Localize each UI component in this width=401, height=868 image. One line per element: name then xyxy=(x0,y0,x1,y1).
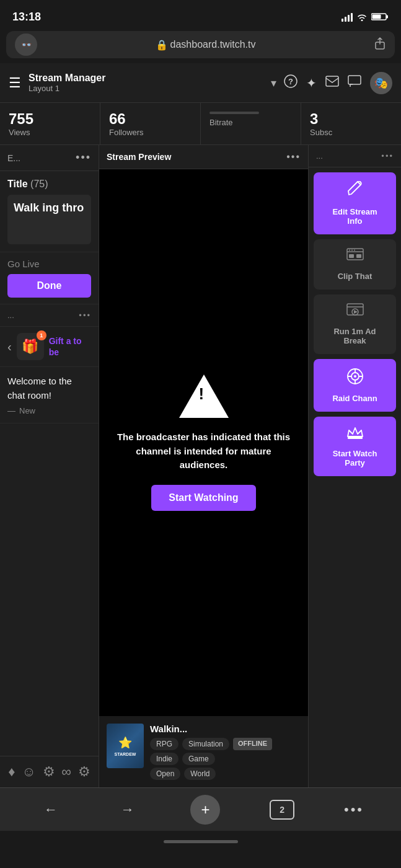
more-options-button[interactable]: ••• xyxy=(344,802,364,818)
raid-label: Raid Chann xyxy=(332,394,377,403)
stat-views: 755 Views xyxy=(0,103,100,144)
left-column: E... ••• Title (75) Walk ing thro Go Liv… xyxy=(0,145,99,787)
tag-open: Open xyxy=(150,768,180,780)
bottom-icons: ♦ ☺ ⚙ ∞ ⚙ xyxy=(0,756,99,787)
svg-rect-12 xyxy=(349,254,354,258)
nav-subtitle: Layout 1 xyxy=(29,84,263,93)
offline-badge: OFFLINE xyxy=(233,738,272,750)
tag-rpg: RPG xyxy=(150,738,178,750)
settings-icon-2[interactable]: ⚙ xyxy=(78,764,90,780)
settings-icon-1[interactable]: ⚙ xyxy=(43,764,55,780)
home-bar xyxy=(164,840,238,843)
signal-icon xyxy=(342,12,353,22)
svg-rect-14 xyxy=(347,304,363,315)
infinity-icon[interactable]: ∞ xyxy=(61,764,71,780)
mature-warning-message: The broadcaster has indicated that this … xyxy=(112,430,296,472)
hamburger-menu[interactable]: ☰ xyxy=(9,75,21,91)
wifi-icon xyxy=(356,12,368,21)
left-col-label: E... xyxy=(7,153,20,163)
browser-bottom-bar: ← → + 2 ••• xyxy=(0,787,401,831)
back-button[interactable]: ← xyxy=(37,796,64,823)
tag-simulation: Simulation xyxy=(182,738,229,750)
section-dots-right[interactable]: ••• xyxy=(79,311,91,320)
welcome-section: Welcome to the chat room! — New xyxy=(0,367,99,423)
address-url: 🔒 dashboard.twitch.tv xyxy=(156,39,256,51)
nav-icons: ? ✦ 🎭 xyxy=(284,72,392,94)
right-column: ... ••• Edit StreamInfo xyxy=(308,145,401,787)
center-column: Stream Preview ••• The broadcaster has i… xyxy=(99,145,308,787)
lock-icon: 🔒 xyxy=(156,39,168,51)
stat-bitrate: Bitrate xyxy=(201,103,301,144)
tag-world: World xyxy=(184,768,216,780)
avatar[interactable]: 🎭 xyxy=(370,72,392,94)
new-label: New xyxy=(19,406,35,415)
bitrate-bar xyxy=(209,112,259,114)
diamond-icon[interactable]: ♦ xyxy=(8,764,15,780)
tag-row-1: RPG Simulation OFFLINE xyxy=(150,738,301,750)
clip-that-button[interactable]: Clip That xyxy=(314,239,396,290)
col-section-dots: ... ••• xyxy=(0,304,99,327)
address-bar[interactable]: 👓 🔒 dashboard.twitch.tv xyxy=(6,31,395,58)
edit-stream-label: Edit StreamInfo xyxy=(332,207,377,226)
start-watch-party-button[interactable]: Start WatchParty xyxy=(314,417,396,476)
help-icon[interactable]: ? xyxy=(284,74,297,91)
title-text-box[interactable]: Walk ing thro xyxy=(7,195,91,244)
left-col-menu[interactable]: ••• xyxy=(76,151,91,164)
tag-indie: Indie xyxy=(150,753,178,765)
warning-triangle-icon xyxy=(179,374,229,418)
title-label: Title (75) xyxy=(7,179,91,190)
stream-info-bottom: ⭐ STARDEW Walkin... RPG Simulation OFFLI… xyxy=(99,716,308,787)
start-watching-button[interactable]: Start Watching xyxy=(151,485,255,511)
tag-row-2: Indie Game xyxy=(150,753,301,765)
tab-count[interactable]: 2 xyxy=(270,800,294,820)
svg-point-9 xyxy=(349,250,350,251)
go-live-label: Go Live xyxy=(7,259,91,269)
forward-button[interactable]: → xyxy=(114,796,141,823)
new-badge: — New xyxy=(7,406,91,415)
gift-text: Gift a to be xyxy=(49,335,91,358)
run-ad-label: Run 1m AdBreak xyxy=(333,327,376,345)
title-section: Title (75) Walk ing thro xyxy=(0,171,99,252)
status-icons xyxy=(342,12,389,22)
raid-icon xyxy=(346,368,364,389)
followers-label: Followers xyxy=(109,128,192,137)
status-bar: 13:18 xyxy=(0,0,401,31)
edit-stream-info-button[interactable]: Edit StreamInfo xyxy=(314,172,396,234)
svg-text:?: ? xyxy=(288,77,293,86)
stat-subs: 3 Subsc xyxy=(301,103,401,144)
home-indicator xyxy=(0,831,401,852)
dropdown-icon[interactable]: ▾ xyxy=(271,76,276,90)
mail-icon[interactable] xyxy=(325,76,339,90)
welcome-text: Welcome to the chat room! xyxy=(7,374,91,402)
views-number: 755 xyxy=(9,110,91,128)
chat-icon[interactable] xyxy=(348,75,361,91)
right-header-dots-right[interactable]: ••• xyxy=(381,151,394,161)
right-header-dots-left: ... xyxy=(316,151,323,161)
share-icon[interactable] xyxy=(374,37,386,53)
bitrate-label: Bitrate xyxy=(209,118,292,127)
sparkle-icon[interactable]: ✦ xyxy=(306,76,317,91)
svg-point-18 xyxy=(354,375,356,378)
chevron-left-icon[interactable]: ‹ xyxy=(7,340,12,354)
stream-preview-menu[interactable]: ••• xyxy=(286,151,301,162)
battery-icon xyxy=(371,12,389,21)
right-col-header: ... ••• xyxy=(309,145,401,167)
stat-followers: 66 Followers xyxy=(100,103,201,144)
nav-title-block: Stream Manager Layout 1 xyxy=(29,73,263,93)
nav-bar: ☰ Stream Manager Layout 1 ▾ ? ✦ 🎭 xyxy=(0,63,401,103)
run-ad-button[interactable]: Run 1m AdBreak xyxy=(314,294,396,354)
go-live-section: Go Live Done xyxy=(0,252,99,304)
svg-rect-1 xyxy=(386,16,388,19)
game-thumbnail: ⭐ STARDEW xyxy=(107,724,144,768)
views-label: Views xyxy=(9,128,91,137)
clip-icon xyxy=(346,248,364,267)
ad-icon xyxy=(346,303,364,322)
svg-rect-6 xyxy=(326,76,338,86)
smiley-icon[interactable]: ☺ xyxy=(22,764,35,780)
new-tab-button[interactable]: + xyxy=(190,795,220,825)
raid-channel-button[interactable]: Raid Chann xyxy=(314,359,396,412)
stream-name: Walkin... xyxy=(150,724,301,734)
done-button[interactable]: Done xyxy=(7,274,91,298)
url-text: dashboard.twitch.tv xyxy=(170,39,256,50)
preview-area: The broadcaster has indicated that this … xyxy=(99,169,308,716)
